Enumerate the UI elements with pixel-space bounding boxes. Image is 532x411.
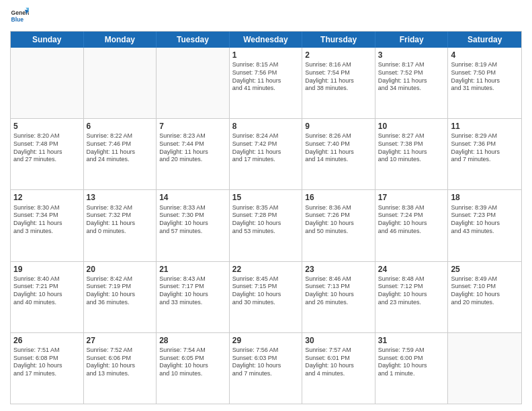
day-info: Sunrise: 8:35 AM Sunset: 7:28 PM Dayligh… <box>232 204 300 236</box>
day-cell-6: 6Sunrise: 8:22 AM Sunset: 7:46 PM Daylig… <box>84 119 157 189</box>
calendar-body: 1Sunrise: 8:15 AM Sunset: 7:56 PM Daylig… <box>11 48 521 404</box>
day-cell-19: 19Sunrise: 8:40 AM Sunset: 7:21 PM Dayli… <box>11 262 84 332</box>
day-info: Sunrise: 8:19 AM Sunset: 7:50 PM Dayligh… <box>451 61 519 93</box>
day-info: Sunrise: 8:48 AM Sunset: 7:12 PM Dayligh… <box>378 275 445 307</box>
header-day-monday: Monday <box>84 32 157 48</box>
calendar-header: SundayMondayTuesdayWednesdayThursdayFrid… <box>11 32 521 48</box>
day-cell-30: 30Sunrise: 7:57 AM Sunset: 6:01 PM Dayli… <box>302 333 375 404</box>
day-cell-20: 20Sunrise: 8:42 AM Sunset: 7:19 PM Dayli… <box>84 262 157 332</box>
svg-text:Blue: Blue <box>11 16 24 23</box>
day-info: Sunrise: 8:33 AM Sunset: 7:30 PM Dayligh… <box>159 204 226 236</box>
day-cell-1: 1Sunrise: 8:15 AM Sunset: 7:56 PM Daylig… <box>230 48 303 118</box>
day-number: 15 <box>232 192 300 203</box>
day-info: Sunrise: 8:38 AM Sunset: 7:24 PM Dayligh… <box>378 204 445 236</box>
day-number: 7 <box>159 121 226 132</box>
day-cell-21: 21Sunrise: 8:43 AM Sunset: 7:17 PM Dayli… <box>157 262 230 332</box>
day-number: 9 <box>305 121 372 132</box>
day-info: Sunrise: 8:20 AM Sunset: 7:48 PM Dayligh… <box>13 132 81 164</box>
day-cell-11: 11Sunrise: 8:29 AM Sunset: 7:36 PM Dayli… <box>448 119 521 189</box>
day-cell-23: 23Sunrise: 8:46 AM Sunset: 7:13 PM Dayli… <box>302 262 375 332</box>
day-info: Sunrise: 8:40 AM Sunset: 7:21 PM Dayligh… <box>13 275 81 307</box>
day-number: 14 <box>159 192 226 203</box>
day-info: Sunrise: 8:29 AM Sunset: 7:36 PM Dayligh… <box>451 132 519 164</box>
day-info: Sunrise: 7:56 AM Sunset: 6:03 PM Dayligh… <box>232 347 300 378</box>
day-number: 12 <box>13 192 81 203</box>
day-cell-12: 12Sunrise: 8:30 AM Sunset: 7:34 PM Dayli… <box>11 190 84 261</box>
day-cell-26: 26Sunrise: 7:51 AM Sunset: 6:08 PM Dayli… <box>11 333 84 404</box>
logo-icon: General Blue <box>10 7 29 26</box>
header-day-sunday: Sunday <box>11 32 84 48</box>
day-number: 27 <box>87 335 154 346</box>
day-info: Sunrise: 8:49 AM Sunset: 7:10 PM Dayligh… <box>451 275 519 307</box>
day-info: Sunrise: 7:54 AM Sunset: 6:05 PM Dayligh… <box>159 347 226 378</box>
page-header: General Blue <box>10 7 522 26</box>
day-info: Sunrise: 8:24 AM Sunset: 7:42 PM Dayligh… <box>232 132 300 164</box>
day-cell-2: 2Sunrise: 8:16 AM Sunset: 7:54 PM Daylig… <box>302 48 375 118</box>
day-info: Sunrise: 8:42 AM Sunset: 7:19 PM Dayligh… <box>87 275 154 307</box>
day-info: Sunrise: 8:45 AM Sunset: 7:15 PM Dayligh… <box>232 275 300 307</box>
day-info: Sunrise: 8:16 AM Sunset: 7:54 PM Dayligh… <box>305 61 372 93</box>
day-cell-10: 10Sunrise: 8:27 AM Sunset: 7:38 PM Dayli… <box>375 119 449 189</box>
day-info: Sunrise: 8:26 AM Sunset: 7:40 PM Dayligh… <box>305 132 372 164</box>
day-info: Sunrise: 8:27 AM Sunset: 7:38 PM Dayligh… <box>378 132 445 164</box>
logo: General Blue <box>10 7 32 26</box>
day-info: Sunrise: 7:52 AM Sunset: 6:06 PM Dayligh… <box>87 347 154 378</box>
day-cell-15: 15Sunrise: 8:35 AM Sunset: 7:28 PM Dayli… <box>230 190 303 261</box>
empty-cell <box>11 48 84 118</box>
day-cell-7: 7Sunrise: 8:23 AM Sunset: 7:44 PM Daylig… <box>157 119 230 189</box>
day-info: Sunrise: 8:36 AM Sunset: 7:26 PM Dayligh… <box>305 204 372 236</box>
day-number: 3 <box>378 50 445 60</box>
day-number: 21 <box>159 264 226 275</box>
day-info: Sunrise: 8:32 AM Sunset: 7:32 PM Dayligh… <box>87 204 154 236</box>
day-cell-17: 17Sunrise: 8:38 AM Sunset: 7:24 PM Dayli… <box>375 190 449 261</box>
calendar-row-2: 12Sunrise: 8:30 AM Sunset: 7:34 PM Dayli… <box>11 190 521 261</box>
day-cell-3: 3Sunrise: 8:17 AM Sunset: 7:52 PM Daylig… <box>375 48 449 118</box>
day-number: 23 <box>305 264 372 275</box>
day-cell-29: 29Sunrise: 7:56 AM Sunset: 6:03 PM Dayli… <box>230 333 303 404</box>
day-number: 17 <box>378 192 445 203</box>
day-cell-31: 31Sunrise: 7:59 AM Sunset: 6:00 PM Dayli… <box>375 333 449 404</box>
day-number: 2 <box>305 50 372 60</box>
day-number: 10 <box>378 121 445 132</box>
day-cell-13: 13Sunrise: 8:32 AM Sunset: 7:32 PM Dayli… <box>84 190 157 261</box>
day-cell-24: 24Sunrise: 8:48 AM Sunset: 7:12 PM Dayli… <box>375 262 449 332</box>
day-cell-18: 18Sunrise: 8:39 AM Sunset: 7:23 PM Dayli… <box>448 190 521 261</box>
calendar-row-1: 5Sunrise: 8:20 AM Sunset: 7:48 PM Daylig… <box>11 119 521 190</box>
day-info: Sunrise: 7:59 AM Sunset: 6:00 PM Dayligh… <box>378 347 445 378</box>
day-number: 25 <box>451 264 519 275</box>
day-number: 24 <box>378 264 445 275</box>
day-number: 20 <box>87 264 154 275</box>
empty-cell <box>448 333 521 404</box>
header-day-thursday: Thursday <box>302 32 375 48</box>
day-number: 4 <box>451 50 519 60</box>
day-cell-14: 14Sunrise: 8:33 AM Sunset: 7:30 PM Dayli… <box>157 190 230 261</box>
day-number: 11 <box>451 121 519 132</box>
day-number: 28 <box>159 335 226 346</box>
header-day-wednesday: Wednesday <box>230 32 303 48</box>
calendar-row-0: 1Sunrise: 8:15 AM Sunset: 7:56 PM Daylig… <box>11 48 521 119</box>
day-cell-4: 4Sunrise: 8:19 AM Sunset: 7:50 PM Daylig… <box>448 48 521 118</box>
day-cell-25: 25Sunrise: 8:49 AM Sunset: 7:10 PM Dayli… <box>448 262 521 332</box>
empty-cell <box>84 48 157 118</box>
day-cell-28: 28Sunrise: 7:54 AM Sunset: 6:05 PM Dayli… <box>157 333 230 404</box>
day-info: Sunrise: 8:30 AM Sunset: 7:34 PM Dayligh… <box>13 204 81 236</box>
day-info: Sunrise: 8:43 AM Sunset: 7:17 PM Dayligh… <box>159 275 226 307</box>
day-info: Sunrise: 8:15 AM Sunset: 7:56 PM Dayligh… <box>232 61 300 93</box>
day-number: 22 <box>232 264 300 275</box>
day-number: 13 <box>87 192 154 203</box>
day-info: Sunrise: 7:57 AM Sunset: 6:01 PM Dayligh… <box>305 347 372 378</box>
day-cell-16: 16Sunrise: 8:36 AM Sunset: 7:26 PM Dayli… <box>302 190 375 261</box>
day-info: Sunrise: 8:22 AM Sunset: 7:46 PM Dayligh… <box>87 132 154 164</box>
day-info: Sunrise: 8:39 AM Sunset: 7:23 PM Dayligh… <box>451 204 519 236</box>
day-number: 19 <box>13 264 81 275</box>
day-info: Sunrise: 8:17 AM Sunset: 7:52 PM Dayligh… <box>378 61 445 93</box>
day-number: 18 <box>451 192 519 203</box>
day-number: 1 <box>232 50 300 60</box>
day-number: 29 <box>232 335 300 346</box>
day-number: 16 <box>305 192 372 203</box>
day-cell-9: 9Sunrise: 8:26 AM Sunset: 7:40 PM Daylig… <box>302 119 375 189</box>
header-day-saturday: Saturday <box>448 32 521 48</box>
day-number: 30 <box>305 335 372 346</box>
day-number: 31 <box>378 335 445 346</box>
day-info: Sunrise: 7:51 AM Sunset: 6:08 PM Dayligh… <box>13 347 81 378</box>
